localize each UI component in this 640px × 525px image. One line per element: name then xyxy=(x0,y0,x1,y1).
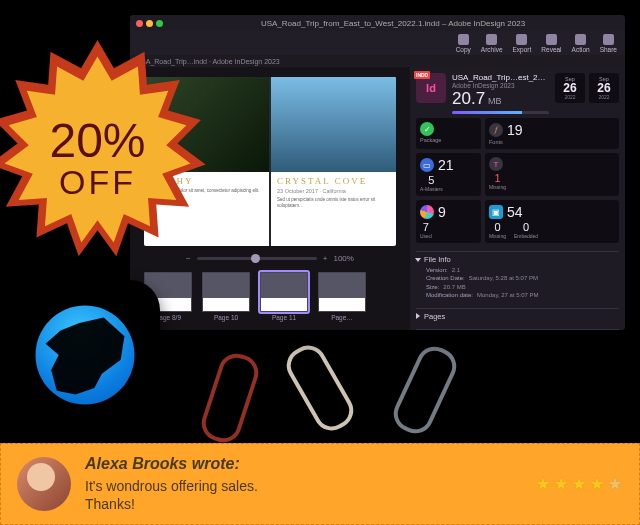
chevron-right-icon xyxy=(416,313,420,319)
maximize-icon[interactable] xyxy=(156,20,163,27)
star-icon: ★ xyxy=(589,473,605,495)
date-modified: Sep 26 2022 xyxy=(555,73,585,103)
file-dates: Sep 26 2022 Sep 26 2022 xyxy=(555,73,619,103)
star-icon: ★ xyxy=(571,473,587,495)
window-title: USA_Road_Trip_from_East_to_West_2022.1.i… xyxy=(167,19,619,28)
toolbar-action[interactable]: Action xyxy=(572,34,590,53)
discount-badge: 20% OFF xyxy=(0,40,215,275)
paperclip-icon xyxy=(197,349,263,447)
text-icon: T xyxy=(489,157,503,171)
chevron-down-icon xyxy=(415,258,421,262)
toolbar-share[interactable]: Share xyxy=(600,34,617,53)
size-bar xyxy=(452,111,549,114)
star-rating: ★ ★ ★ ★ ★ xyxy=(535,473,623,495)
filetype-badge: INDD Id xyxy=(416,73,446,103)
images-icon: ▣ xyxy=(489,205,503,219)
fonts-icon: 𝑓 xyxy=(489,123,503,137)
section-file-info[interactable]: File Info Version:2.1 Creation Date:Satu… xyxy=(416,251,619,300)
pages-icon: ▭ xyxy=(420,158,434,172)
file-app: Adobe InDesign 2023 xyxy=(452,82,549,89)
zoom-slider-handle[interactable] xyxy=(251,254,260,263)
testimonial-strip: Alexa Brooks wrote: It's wondrous offeri… xyxy=(0,443,640,525)
section-pages[interactable]: Pages xyxy=(416,308,619,321)
thumb-page-selected[interactable]: Page 11 xyxy=(260,272,308,321)
file-size: 20.7 MB xyxy=(452,89,549,109)
toolbar-reveal[interactable]: Reveal xyxy=(541,34,561,53)
star-icon: ★ xyxy=(535,473,551,495)
export-icon xyxy=(516,34,527,45)
testimonial-author: Alexa Brooks wrote: xyxy=(85,455,521,473)
eagle-logo-icon xyxy=(30,300,140,410)
star-outline-icon: ★ xyxy=(607,473,623,495)
product-shot: USA_Road_Trip_from_East_to_West_2022.1.i… xyxy=(0,0,640,440)
page-heading: CRYSTAL COVE xyxy=(277,176,390,186)
archive-icon xyxy=(486,34,497,45)
toolbar-export[interactable]: Export xyxy=(513,34,532,53)
share-icon xyxy=(603,34,614,45)
app-icon xyxy=(10,280,160,430)
toolbar-archive[interactable]: Archive xyxy=(481,34,503,53)
paperclip-icon xyxy=(280,339,360,437)
inspector-panel: INDD Id USA_Road_Trip…est_2022.1.indd Ad… xyxy=(410,67,625,330)
copy-icon xyxy=(458,34,469,45)
minimize-icon[interactable] xyxy=(146,20,153,27)
reveal-icon xyxy=(546,34,557,45)
colors-pie-icon xyxy=(420,205,434,219)
close-icon[interactable] xyxy=(136,20,143,27)
page-photo xyxy=(271,77,396,172)
thumb-page[interactable]: Page… xyxy=(318,272,366,321)
page-thumbnails: Page 8/9 Page 10 Page 11 Page… xyxy=(130,266,410,330)
zoom-level: 100% xyxy=(333,254,353,263)
page-subheading: 23 October 2017 · California xyxy=(277,188,390,194)
page-body: Sed ut perspiciatis unde omnis iste natu… xyxy=(277,197,390,209)
stat-colours[interactable]: 9 7Used xyxy=(416,200,481,243)
section-header[interactable]: File Info xyxy=(416,255,619,264)
stat-fonts[interactable]: 𝑓19 Fonts xyxy=(485,118,619,149)
action-icon xyxy=(575,34,586,45)
zoom-in-icon[interactable]: + xyxy=(323,254,328,263)
toolbar-copy[interactable]: Copy xyxy=(456,34,471,53)
avatar xyxy=(17,457,71,511)
testimonial-body: It's wondrous offering sales. Thanks! xyxy=(85,477,521,513)
stat-images[interactable]: ▣54 0Missing 0Embedded xyxy=(485,200,619,243)
paperclip-icon xyxy=(388,341,462,439)
file-name: USA_Road_Trip…est_2022.1.indd xyxy=(452,73,549,82)
spread-page-right: CRYSTAL COVE 23 October 2017 · Californi… xyxy=(271,77,396,246)
stat-text[interactable]: T 1Missing xyxy=(485,153,619,196)
date-created: Sep 26 2022 xyxy=(589,73,619,103)
section-file-info-2[interactable]: File Info xyxy=(416,329,619,330)
stat-package[interactable]: ✓ Package xyxy=(416,118,481,149)
stats-grid: ✓ Package 𝑓19 Fonts ▭21 5A-Masters T 1Mi… xyxy=(416,118,619,243)
section-header[interactable]: Pages xyxy=(416,312,619,321)
thumb-page[interactable]: Page 10 xyxy=(202,272,250,321)
star-icon: ★ xyxy=(553,473,569,495)
section-body: Version:2.1 Creation Date:Saturday, 5:28… xyxy=(416,264,619,300)
package-icon: ✓ xyxy=(420,122,434,136)
discount-amount: 20% OFF xyxy=(49,117,145,199)
titlebar: USA_Road_Trip_from_East_to_West_2022.1.i… xyxy=(130,15,625,31)
stat-pages[interactable]: ▭21 5A-Masters xyxy=(416,153,481,196)
